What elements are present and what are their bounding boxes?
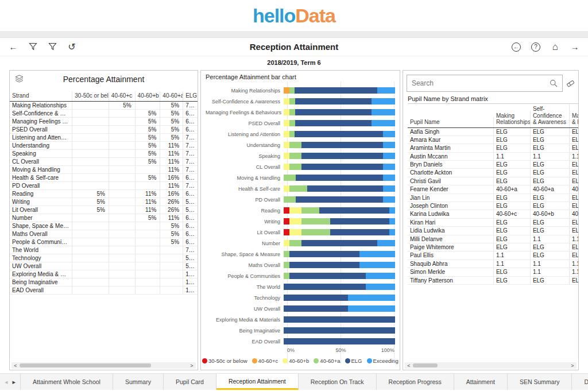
bar-segment-elg[interactable] [284,295,348,301]
filter-icon[interactable] [28,42,38,52]
matrix-row[interactable]: Amara KaurELGELGELG [408,136,579,144]
bar-segment-exceeding[interactable] [383,142,395,148]
back-arrow-button[interactable]: ← [8,42,18,52]
bar-segment-exceeding[interactable] [383,185,395,192]
table-row[interactable]: Health & Self-care5%16%6… [10,174,198,182]
matrix-row[interactable]: Aafia SinghELGELGELG [408,128,579,136]
bar-segment-elg[interactable] [301,153,383,159]
bar-segment-40-60-b[interactable] [284,109,289,115]
table-row[interactable]: Writing5%11%26%5… [10,198,198,206]
help-icon[interactable]: ? [531,42,541,52]
matrix-row[interactable]: Karina Ludwika40-60+c40-60+b40-60+b [408,210,579,218]
table-row[interactable]: Making Relationships5%5%7… [10,102,198,110]
table-row[interactable]: Speaking5%11%7… [10,150,198,158]
bar-segment-40-60-a[interactable] [289,153,301,159]
bar-segment-elg[interactable] [296,175,383,181]
bar-segment-exceeding[interactable] [348,305,394,312]
scrollbar-thumb[interactable] [413,363,438,367]
matrix-row[interactable]: Simon MerkleELG1.11.1 [408,268,579,276]
bar-segment-40-60-b[interactable] [284,185,289,192]
bar-segment-40-60-a[interactable] [284,251,289,257]
bar-segment-40-60-a[interactable] [284,262,289,268]
bar-segment-exceeding[interactable] [383,175,395,181]
tab-disadvantaged[interactable]: Disadvantaged [572,374,588,390]
bar-segment-40-60-a[interactable] [301,229,330,235]
bar-segment-elg[interactable] [295,120,372,126]
bar-segment-40-60-a[interactable] [289,185,307,192]
table-row[interactable]: Moving & Handling11%7… [10,166,198,174]
matrix-row[interactable]: Milli DelanveELG1.11.1 [408,235,579,243]
bar-segment-exceeding[interactable] [377,240,395,246]
bar-segment-40-60-b[interactable] [284,240,289,246]
bar-segment-elg[interactable] [295,87,377,94]
table-row[interactable]: Reading5%11%16%6… [10,190,198,198]
matrix-row[interactable]: Kiran HariELGELGELG [408,219,579,227]
matrix-row[interactable]: Fearne Kender40-60+a40-60+a40-60+a [408,185,579,193]
bar-segment-elg[interactable] [295,109,372,115]
bar-segment-elg[interactable] [319,207,389,214]
matrix-row[interactable]: Paul Ellis1.1ELGELG [408,251,579,260]
bar-segment-elg[interactable] [284,338,395,344]
bar-segment-elg[interactable] [289,251,359,257]
bar-segment-40-60-b[interactable] [284,153,289,159]
scroll-left-icon[interactable]: < [405,363,413,369]
bar-segment-elg[interactable] [295,98,372,104]
bar-segment-40-60-a[interactable] [289,164,301,170]
bar-segment-40-60-b[interactable] [289,218,301,224]
bar-segment-40-60-a[interactable] [284,273,289,279]
bar-segment-exceeding[interactable] [389,229,395,235]
bar-segment-exceeding[interactable] [383,131,395,137]
table-row[interactable]: The World7… [10,246,198,254]
bar-segment-40-60-b[interactable] [284,142,289,148]
table-row[interactable]: Lit Overall5%11%26%5… [10,206,198,214]
bar-segment-elg[interactable] [284,305,348,312]
table-row[interactable]: Maths Overall5%6… [10,230,198,238]
bar-segment-40-60-b[interactable] [284,131,289,137]
table-row[interactable]: PD Overall11%7… [10,182,198,190]
table-row[interactable]: CL Overall5%11%7… [10,158,198,166]
table-row[interactable]: Self-Confidence & …5%5%6… [10,110,198,118]
bar-segment-elg[interactable] [301,240,377,246]
table-row[interactable]: Shape, Space & Me…5%6… [10,222,198,230]
bar-segment-elg[interactable] [284,327,395,334]
tabs-prev-icon[interactable]: ◂ [5,378,8,386]
bar-segment-exceeding[interactable] [389,218,395,224]
matrix-row[interactable]: Araminta MartinELGELGELG [408,144,579,152]
table-row[interactable]: EAD Overall1… [10,287,198,295]
bar-segment-30-50c-or-below[interactable] [284,218,289,224]
bar-segment-exceeding[interactable] [377,87,395,94]
matrix-row[interactable]: Lidia LudwikaELGELGELG [408,227,579,235]
tab-attainment[interactable]: Attainment [454,374,508,390]
bar-segment-exceeding[interactable] [383,153,395,159]
bar-segment-exceeding[interactable] [383,196,395,203]
bar-segment-40-60-b[interactable] [289,207,301,214]
bar-segment-exceeding[interactable] [372,109,395,115]
legend-item[interactable]: 40-60+c [252,358,278,364]
bar-segment-40-60-a[interactable] [301,218,330,224]
bar-segment-40-60-b[interactable] [289,229,301,235]
reset-icon[interactable]: ↺ [67,42,77,52]
circled-back-icon[interactable]: ← [511,42,521,52]
bar-segment-elg[interactable] [301,142,383,148]
scroll-right-icon[interactable]: > [188,363,196,369]
bar-segment-30-50c-or-below[interactable] [284,229,289,235]
table-row[interactable]: Being Imaginative1… [10,278,198,287]
tab-reception-attainment[interactable]: Reception Attainment [216,374,299,390]
bar-segment-exceeding[interactable] [366,284,394,290]
bar-segment-40-60-a[interactable] [289,131,295,137]
table-row[interactable]: Listening and Atten…5%5%7… [10,134,198,142]
legend-item[interactable]: 30-50c or below [202,358,247,364]
bar-segment-40-60-c[interactable] [284,87,289,94]
bar-segment-elg[interactable] [301,164,383,170]
tab-summary[interactable]: Summary [113,374,164,390]
table-row[interactable]: People & Communi…5%6… [10,238,198,246]
matrix-row[interactable]: Joseph ClintonELGELGELG [408,202,579,210]
table-row[interactable]: Understanding5%11%7… [10,142,198,150]
bar-segment-elg[interactable] [289,262,359,268]
matrix-row[interactable]: Charlotte AcktonELGELGELG [408,169,579,177]
matrix-row[interactable]: Jian LinELGELGELG [408,194,579,202]
bar-segment-40-60-a[interactable] [289,240,301,246]
bar-segment-elg[interactable] [289,273,366,279]
bar-segment-exceeding[interactable] [389,207,395,214]
bar-segment-elg[interactable] [284,284,366,290]
